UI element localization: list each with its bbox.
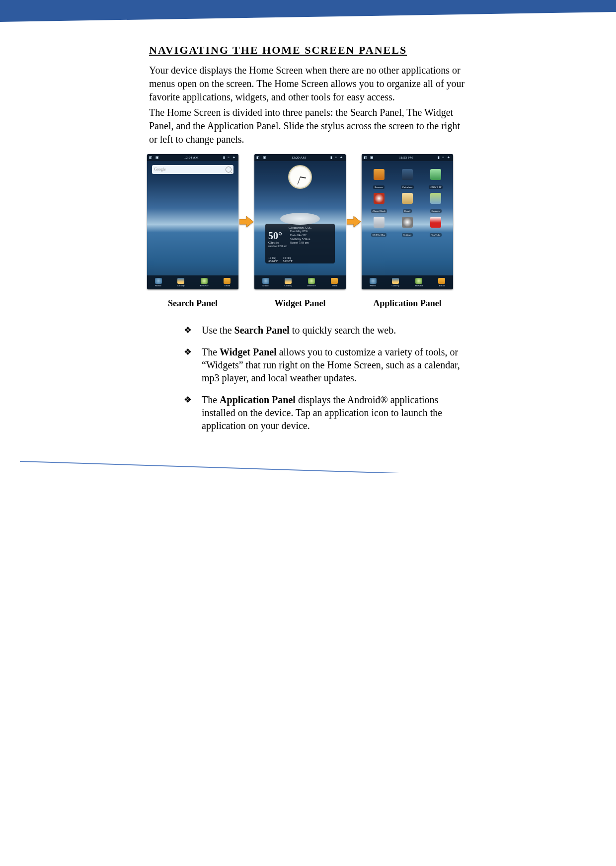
app-icon-alarm-clock[interactable]: Alarm Clock	[366, 193, 392, 214]
cloud-icon	[280, 213, 320, 225]
bullet-list: ❖Use the Search Panel to quickly search …	[149, 324, 462, 441]
status-right-icons: ▮ ≡ ✦	[438, 156, 451, 160]
dock-gallery[interactable]: Gallery	[392, 278, 399, 287]
panels-figure-row: ◧ ▣ 12:24 AM ▮ ≡ ✦ Google Music Gallery …	[147, 154, 467, 289]
search-placeholder: Google	[154, 165, 166, 174]
dock-gallery[interactable]: Gallery	[285, 278, 292, 287]
status-left-icons: ◧ ▣	[256, 156, 267, 160]
dock-browser[interactable]: Browser	[415, 278, 423, 287]
intro-paragraph-2: The Home Screen is divided into three pa…	[149, 106, 467, 146]
dock: Music Gallery Browser Email	[254, 275, 346, 289]
weather-location: Gloucester, U.S.	[268, 226, 332, 230]
header-diagonal	[0, 12, 616, 22]
dock-browser[interactable]: Browser	[200, 278, 209, 287]
weather-detail: Sunset 7:03 pm	[290, 241, 310, 245]
arrow-icon	[238, 216, 254, 227]
weather-detail: Humidity 83%	[290, 230, 310, 234]
bullet-item: ❖The Widget Panel allows you to customiz…	[184, 346, 462, 393]
app-icon-contacts[interactable]: Contacts	[423, 193, 449, 214]
status-right-icons: ▮ ≡ ✦	[330, 156, 344, 160]
app-icon-email[interactable]: Email	[394, 193, 420, 214]
status-time: 12:20 AM	[292, 156, 306, 160]
app-icon-settings[interactable]: Settings	[394, 217, 420, 238]
status-bar: ◧ ▣ 11:53 PM ▮ ≡ ✦	[362, 154, 453, 161]
bullet-item: ❖Use the Search Panel to quickly search …	[184, 324, 462, 346]
caption-search: Search Panel	[147, 298, 238, 309]
bullet-item: ❖The Application Panel displays the Andr…	[184, 393, 462, 441]
caption-app: Application Panel	[362, 298, 453, 309]
arrow-icon	[346, 216, 362, 227]
search-input[interactable]: Google	[152, 165, 233, 174]
widget-panel-screenshot: ◧ ▣ 12:20 AM ▮ ≡ ✦ Gloucester, U.S. 50° …	[254, 154, 346, 289]
dock-gallery[interactable]: Gallery	[177, 278, 185, 287]
dock-browser[interactable]: Browser	[308, 278, 316, 287]
status-time: 11:53 PM	[399, 156, 413, 160]
status-left-icons: ◧ ▣	[149, 156, 160, 160]
weather-detail: Feels like 50°	[290, 234, 310, 238]
app-icon-cniv-2-it[interactable]: CNIV 2 IT	[423, 169, 449, 190]
intro-paragraph-1: Your device displays the Home Screen whe…	[149, 64, 467, 104]
status-bar: ◧ ▣ 12:24 AM ▮ ≡ ✦	[147, 154, 238, 161]
header-bar	[0, 0, 616, 12]
dock: Music Gallery Browser Email	[362, 275, 453, 289]
dock-music[interactable]: Music	[370, 278, 377, 287]
dock: Music Gallery Browser Email	[147, 275, 238, 289]
status-left-icons: ◧ ▣	[364, 156, 375, 160]
status-right-icons: ▮ ≡ ✦	[223, 156, 236, 160]
dock-music[interactable]: Music	[155, 278, 162, 287]
footer-rule	[0, 461, 616, 473]
caption-widget: Widget Panel	[254, 298, 346, 309]
search-icon[interactable]	[226, 167, 231, 173]
dock-music[interactable]: Music	[262, 278, 269, 287]
app-icon-youtube[interactable]: YouTube	[423, 217, 449, 238]
analog-clock-widget[interactable]	[288, 165, 312, 189]
page-content: NAVIGATING THE HOME SCREEN PANELS Your d…	[0, 22, 467, 441]
weather-condition: Cloudy	[268, 241, 287, 245]
app-icon-es-file-man[interactable]: ES File Man	[366, 217, 392, 238]
bullet-icon: ❖	[184, 346, 192, 358]
section-heading: NAVIGATING THE HOME SCREEN PANELS	[149, 44, 467, 57]
dock-email[interactable]: Email	[224, 278, 231, 287]
weather-widget[interactable]: Gloucester, U.S. 50° Cloudy sunrise 5:30…	[265, 224, 335, 263]
status-time: 12:24 AM	[184, 156, 199, 160]
dock-email[interactable]: Email	[438, 278, 445, 287]
bullet-icon: ❖	[184, 394, 192, 406]
app-icon-browser[interactable]: Browser	[366, 169, 392, 190]
weather-sunrise: sunrise 5:30 am	[268, 245, 287, 248]
weather-temp: 50°	[268, 231, 287, 241]
application-panel-screenshot: ◧ ▣ 11:53 PM ▮ ≡ ✦ BrowserCalculatorCNIV…	[362, 154, 453, 289]
forecast-day: 15 Oct 53/62°F	[283, 257, 292, 262]
bullet-icon: ❖	[184, 325, 192, 336]
weather-detail: Visibility 5.59mi	[290, 238, 310, 242]
search-panel-screenshot: ◧ ▣ 12:24 AM ▮ ≡ ✦ Google Music Gallery …	[147, 154, 238, 289]
app-grid: BrowserCalculatorCNIV 2 ITAlarm ClockEma…	[366, 169, 449, 238]
panel-captions-row: Search Panel Widget Panel Application Pa…	[147, 298, 463, 309]
forecast-day: 14 Oct 48/64°F	[268, 257, 278, 262]
dock-email[interactable]: Email	[331, 278, 338, 287]
app-icon-calculator[interactable]: Calculator	[394, 169, 420, 190]
status-bar: ◧ ▣ 12:20 AM ▮ ≡ ✦	[254, 154, 346, 161]
